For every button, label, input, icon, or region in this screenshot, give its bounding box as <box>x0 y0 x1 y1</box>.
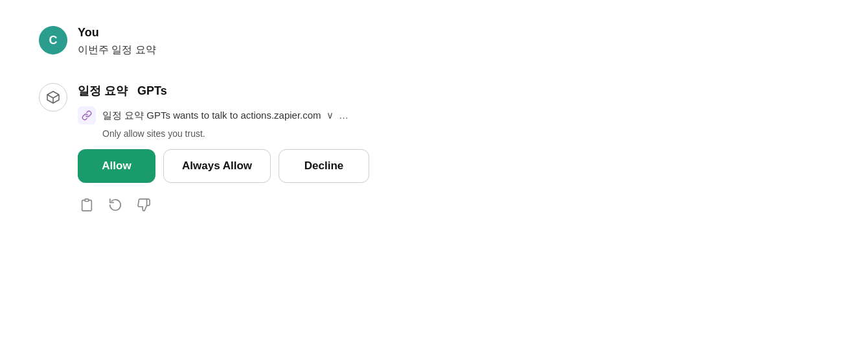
user-message-text: 이번주 일정 요약 <box>78 43 156 57</box>
permission-sub-text: Only allow sites you trust. <box>78 128 369 139</box>
allow-button[interactable]: Allow <box>78 149 155 183</box>
user-avatar: C <box>39 26 67 54</box>
cube-icon <box>45 89 61 105</box>
permission-header: 일정 요약 GPTs wants to talk to actions.zapi… <box>78 106 369 125</box>
gpt-name-prefix: 일정 요약 <box>78 84 128 97</box>
gpt-message-section: 일정 요약 GPTs 일정 요약 GPTs wants to talk t <box>39 83 829 214</box>
link-icon <box>82 110 92 121</box>
svg-rect-3 <box>85 199 89 202</box>
refresh-icon[interactable] <box>106 196 124 214</box>
always-allow-button[interactable]: Always Allow <box>163 149 271 183</box>
svg-line-1 <box>53 95 59 98</box>
more-options-dots[interactable]: … <box>339 110 348 121</box>
action-icons-row <box>78 196 369 214</box>
thumbdown-icon[interactable] <box>135 196 153 214</box>
user-content: You 이번주 일정 요약 <box>78 26 156 57</box>
permission-text-content: 일정 요약 GPTs wants to talk to actions.zapi… <box>102 110 321 121</box>
permission-request-text: 일정 요약 GPTs wants to talk to actions.zapi… <box>102 110 348 122</box>
decline-button[interactable]: Decline <box>279 149 369 183</box>
user-name: You <box>78 26 156 40</box>
user-message-section: C You 이번주 일정 요약 <box>39 26 829 57</box>
svg-line-0 <box>47 95 53 98</box>
gpt-title: 일정 요약 GPTs <box>78 83 369 99</box>
avatar-letter: C <box>49 34 58 47</box>
button-row: Allow Always Allow Decline <box>78 149 369 183</box>
gpt-name-suffix: GPTs <box>137 84 167 97</box>
gpt-avatar <box>39 83 67 112</box>
copy-icon[interactable] <box>78 196 96 214</box>
permission-icon-container <box>78 106 96 125</box>
chevron-icon[interactable]: ∨ <box>326 110 334 121</box>
permission-box: 일정 요약 GPTs wants to talk to actions.zapi… <box>78 106 369 139</box>
gpt-content: 일정 요약 GPTs 일정 요약 GPTs wants to talk t <box>78 83 369 214</box>
